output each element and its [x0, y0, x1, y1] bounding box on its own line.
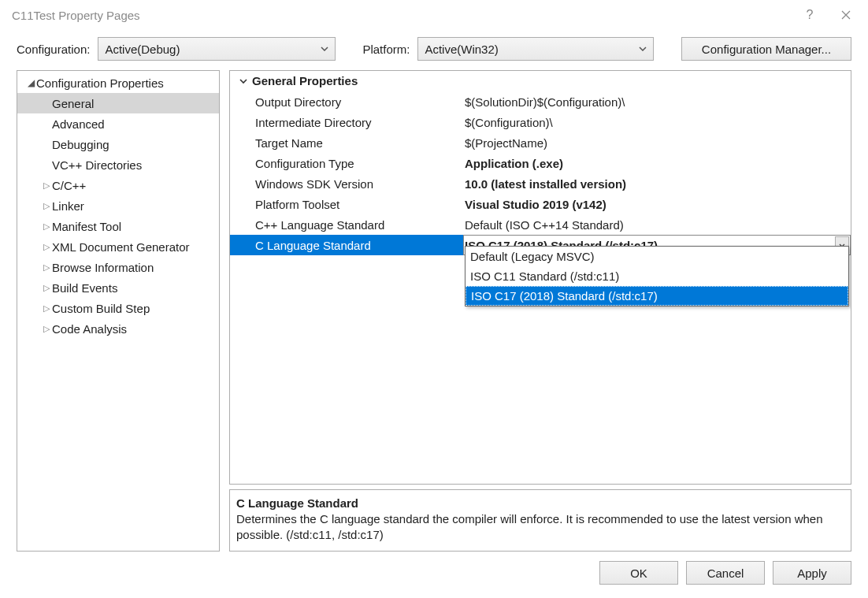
cancel-button[interactable]: Cancel [686, 561, 765, 585]
tree-item[interactable]: ▷Manifest Tool [17, 216, 219, 236]
property-value: $(SolutionDir)$(Configuration)\ [463, 91, 851, 112]
caret-right-icon: ▷ [41, 201, 52, 211]
tree-item[interactable]: Advanced [17, 113, 219, 134]
tree-item-label: VC++ Directories [52, 158, 142, 172]
property-name: Windows SDK Version [230, 173, 463, 194]
chevron-down-icon [321, 46, 328, 51]
cancel-label: Cancel [707, 566, 744, 580]
platform-value: Active(Win32) [425, 43, 498, 56]
dropdown-option[interactable]: ISO C11 Standard (/std:c11) [466, 266, 848, 286]
right-pane: General Properties Output Directory$(Sol… [229, 70, 851, 552]
tree-item[interactable]: ▷Build Events [17, 277, 219, 298]
description-panel: C Language Standard Determines the C lan… [229, 489, 851, 552]
tree-item[interactable]: VC++ Directories [17, 154, 219, 175]
property-value: $(Configuration)\ [463, 112, 851, 132]
property-value: 10.0 (latest installed version) [463, 173, 851, 194]
dropdown-option-label: Default (Legacy MSVC) [470, 250, 595, 263]
tree-item[interactable]: ▷Browse Information [17, 257, 219, 277]
property-grid[interactable]: General Properties Output Directory$(Sol… [229, 70, 851, 485]
tree-item[interactable]: ▷Custom Build Step [17, 298, 219, 318]
tree-item-label: Build Events [52, 281, 117, 295]
description-title: C Language Standard [236, 496, 844, 510]
property-row[interactable]: Target Name$(ProjectName) [230, 132, 851, 153]
tree-item-label: Manifest Tool [52, 220, 121, 233]
platform-combo[interactable]: Active(Win32) [417, 37, 654, 61]
tree-root-configuration-properties[interactable]: ◢ Configuration Properties [17, 72, 219, 93]
apply-label: Apply [797, 566, 827, 580]
property-name: Configuration Type [230, 153, 463, 173]
caret-right-icon: ▷ [41, 303, 52, 314]
dialog-footer: OK Cancel Apply [1, 552, 867, 597]
tree-item-label: Advanced [52, 117, 105, 131]
property-row[interactable]: Platform ToolsetVisual Studio 2019 (v142… [230, 194, 851, 214]
tree-item[interactable]: ▷Linker [17, 195, 219, 216]
caret-down-icon: ◢ [25, 77, 36, 88]
property-name: C Language Standard [230, 235, 463, 255]
chevron-down-icon [639, 46, 647, 51]
caret-right-icon: ▷ [41, 324, 52, 334]
tree-item-label: Debugging [52, 138, 109, 151]
caret-right-icon: ▷ [41, 283, 52, 293]
configuration-manager-button[interactable]: Configuration Manager... [681, 37, 851, 61]
close-icon [841, 10, 851, 20]
property-name: Platform Toolset [230, 194, 463, 214]
tree-item[interactable]: ▷Code Analysis [17, 318, 219, 339]
configuration-combo[interactable]: Active(Debug) [98, 37, 336, 61]
property-name: Target Name [230, 132, 463, 153]
tree-root-label: Configuration Properties [36, 76, 164, 90]
tree-item[interactable]: Debugging [17, 134, 219, 154]
ok-button[interactable]: OK [599, 561, 678, 585]
property-value: Default (ISO C++14 Standard) [463, 214, 851, 235]
dropdown-option-label: ISO C17 (2018) Standard (/std:c17) [471, 289, 658, 303]
group-title: General Properties [252, 74, 358, 87]
configuration-label: Configuration: [17, 43, 90, 56]
tree-item[interactable]: ▷C/C++ [17, 175, 219, 195]
tree-item-label: Linker [52, 199, 84, 213]
tree-item[interactable]: General [17, 93, 219, 113]
configuration-manager-label: Configuration Manager... [702, 43, 831, 56]
property-value: Application (.exe) [463, 153, 851, 173]
group-header[interactable]: General Properties [230, 71, 851, 91]
dialog-body: ◢ Configuration Properties GeneralAdvanc… [1, 70, 867, 552]
help-button[interactable]: ? [792, 2, 828, 28]
property-name: C++ Language Standard [230, 214, 463, 235]
caret-right-icon: ▷ [41, 221, 52, 232]
window-title: C11Test Property Pages [12, 9, 792, 22]
property-value: $(ProjectName) [463, 132, 851, 153]
configuration-value: Active(Debug) [105, 43, 180, 56]
caret-right-icon: ▷ [41, 242, 52, 252]
property-row[interactable]: Configuration TypeApplication (.exe) [230, 153, 851, 173]
close-button[interactable] [828, 2, 864, 28]
property-name: Output Directory [230, 91, 463, 112]
help-icon: ? [807, 8, 814, 22]
ok-label: OK [630, 566, 647, 580]
tree-item-label: General [52, 97, 94, 110]
property-row[interactable]: C++ Language StandardDefault (ISO C++14 … [230, 214, 851, 235]
c-language-standard-dropdown[interactable]: Default (Legacy MSVC)ISO C11 Standard (/… [465, 246, 849, 306]
configuration-bar: Configuration: Active(Debug) Platform: A… [1, 29, 867, 70]
description-text: Determines the C language standard the c… [236, 511, 844, 544]
category-tree[interactable]: ◢ Configuration Properties GeneralAdvanc… [17, 70, 220, 552]
dropdown-option-label: ISO C11 Standard (/std:c11) [470, 269, 619, 283]
tree-item-label: Custom Build Step [52, 302, 150, 315]
apply-button[interactable]: Apply [773, 561, 851, 585]
caret-right-icon: ▷ [41, 180, 52, 191]
tree-item-label: Code Analysis [52, 322, 127, 336]
chevron-down-icon [236, 78, 250, 84]
tree-item-label: Browse Information [52, 261, 154, 274]
tree-item[interactable]: ▷XML Document Generator [17, 236, 219, 257]
platform-label: Platform: [362, 43, 410, 56]
property-value: Visual Studio 2019 (v142) [463, 194, 851, 214]
tree-item-label: XML Document Generator [52, 240, 190, 254]
property-pages-window: C11Test Property Pages ? Configuration: … [0, 0, 868, 598]
property-row[interactable]: Windows SDK Version10.0 (latest installe… [230, 173, 851, 194]
caret-right-icon: ▷ [41, 262, 52, 273]
property-row[interactable]: Output Directory$(SolutionDir)$(Configur… [230, 91, 851, 112]
property-name: Intermediate Directory [230, 112, 463, 132]
tree-item-label: C/C++ [52, 179, 86, 192]
dropdown-option[interactable]: Default (Legacy MSVC) [466, 247, 848, 266]
dropdown-option[interactable]: ISO C17 (2018) Standard (/std:c17) [466, 286, 848, 306]
title-bar: C11Test Property Pages ? [1, 1, 867, 29]
property-row[interactable]: Intermediate Directory$(Configuration)\ [230, 112, 851, 132]
